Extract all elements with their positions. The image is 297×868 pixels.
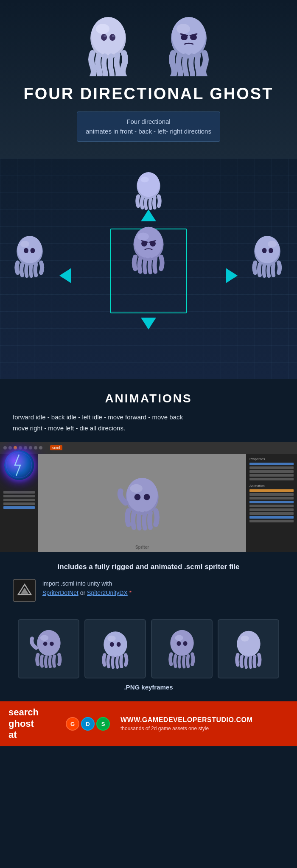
arrow-up-icon [141, 209, 156, 221]
svg-point-48 [109, 642, 114, 647]
svg-point-38 [134, 494, 141, 500]
panel-item [249, 516, 294, 519]
footer-url: WWW.GAMEDEVELOPERSTUDIO.COM [120, 716, 289, 724]
scml-import-row: import .scml into unity with SpriterDotN… [13, 579, 284, 602]
software-section: scml [0, 442, 297, 552]
panel-item [249, 520, 294, 522]
footer-logo: G D S [66, 717, 110, 731]
svg-point-21 [31, 248, 35, 253]
panel-item [3, 499, 35, 501]
ghost-center-icon [125, 222, 172, 277]
animations-section: ANIMATIONS forward idle - back idle - le… [0, 379, 297, 442]
svg-point-30 [255, 236, 280, 263]
footer-search-text: search ghost at [8, 707, 55, 740]
svg-point-6 [112, 35, 115, 37]
page-title: FOUR DIRECTIONAL GHOST [8, 85, 289, 103]
svg-point-49 [116, 642, 120, 647]
panel-item [249, 466, 294, 469]
panel-item [249, 478, 294, 480]
arrow-down-icon [141, 318, 156, 329]
svg-point-2 [96, 24, 109, 34]
panel-item [249, 489, 294, 492]
svg-point-8 [172, 17, 206, 55]
spiter2unitydx-link[interactable]: Spiter2UnityDX [87, 589, 128, 596]
software-left-panel [0, 454, 38, 552]
scml-import-text: import .scml into unity with SpriterDotN… [42, 579, 132, 598]
animations-title: ANIMATIONS [13, 392, 284, 405]
asterisk: * [129, 589, 132, 596]
footer-section: search ghost at G D S WWW.GAMEDEVELOPERS… [0, 701, 297, 746]
keyframe-thumb-4 [218, 619, 279, 678]
svg-point-20 [24, 248, 28, 253]
toolbar-dot [3, 446, 7, 449]
svg-point-52 [177, 641, 181, 646]
subtitle-text: Four directional animates in front - bac… [86, 117, 211, 136]
subtitle-box: Four directional animates in front - bac… [77, 112, 220, 142]
svg-point-55 [241, 636, 249, 642]
hero-section: FOUR DIRECTIONAL GHOST Four directional … [0, 0, 297, 159]
svg-point-51 [175, 635, 183, 641]
ghost-pair-hero [8, 13, 289, 76]
svg-point-45 [50, 642, 54, 646]
ghost-right-icon [246, 231, 289, 282]
orb-decoration [4, 450, 34, 480]
svg-point-4 [109, 34, 115, 41]
footer-tagline: thousands of 2d game assets one style [120, 726, 289, 731]
toolbar-dot [39, 446, 42, 449]
panel-item [249, 508, 294, 511]
svg-point-24 [137, 232, 149, 240]
svg-point-9 [177, 24, 190, 34]
toolbar-label: scml [50, 445, 62, 450]
svg-point-16 [140, 176, 148, 182]
spriterdotnet-link[interactable]: SpriterDotNet [42, 589, 78, 596]
ghost-left-icon [8, 231, 51, 282]
animations-line2: move right - move left - die all direcio… [13, 423, 284, 434]
svg-point-46 [104, 631, 127, 657]
svg-point-42 [37, 630, 60, 656]
svg-point-33 [269, 248, 273, 253]
directions-section [0, 159, 297, 379]
svg-point-31 [268, 241, 277, 247]
keyframe-thumb-1 [18, 619, 79, 678]
logo-circle-d: D [81, 717, 95, 731]
toolbar-dot [34, 446, 37, 449]
panel-item [3, 495, 35, 497]
canvas-label: Spriter [135, 545, 149, 550]
svg-point-54 [237, 631, 260, 657]
panel-item [3, 491, 35, 494]
keyframe-ghost-1-icon [30, 625, 68, 672]
right-panel-title: Properties [249, 457, 294, 461]
panel-item [249, 463, 294, 465]
svg-point-39 [144, 494, 150, 500]
panel-item [249, 512, 294, 515]
right-panel-title2: Animation [249, 484, 294, 488]
logo-circle-g: G [66, 717, 79, 731]
svg-point-15 [137, 172, 160, 197]
keyframe-ghost-3-icon [163, 625, 201, 672]
canvas-ghost-icon [117, 473, 168, 533]
svg-point-32 [262, 248, 267, 253]
keyframes-label: .PNG keyframes [8, 684, 289, 691]
svg-point-3 [101, 34, 107, 41]
keyframe-thumb-2 [84, 619, 146, 678]
arrow-right-icon [226, 268, 238, 283]
scml-section: includes a fully rigged and animated .sc… [0, 552, 297, 613]
software-canvas: Spriter [38, 454, 246, 552]
svg-point-1 [91, 17, 125, 55]
svg-point-43 [40, 635, 48, 641]
panel-item [249, 505, 294, 507]
svg-point-19 [20, 241, 30, 247]
keyframe-ghost-4-icon [230, 625, 268, 672]
ghost-back-top [129, 167, 168, 215]
software-content: Spriter Properties Animation [0, 454, 297, 552]
svg-point-44 [43, 642, 47, 646]
software-mockup: scml [0, 442, 297, 552]
keyframes-grid [8, 619, 289, 678]
logo-circle-s: S [96, 717, 110, 731]
ghost-center [125, 222, 172, 279]
svg-point-50 [170, 630, 193, 656]
ghost-right [246, 231, 289, 283]
ghost-left [8, 231, 51, 283]
software-toolbar: scml [0, 442, 297, 454]
svg-point-37 [130, 484, 143, 493]
